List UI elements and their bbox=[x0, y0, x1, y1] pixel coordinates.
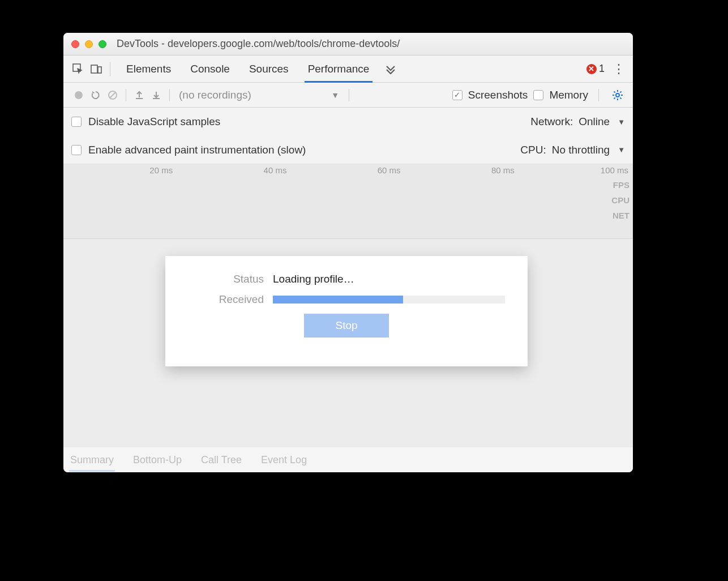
zoom-window-button[interactable] bbox=[99, 40, 106, 48]
timeline-overview[interactable]: 20 ms 40 ms 60 ms 80 ms 100 ms FPS CPU N… bbox=[63, 164, 633, 239]
clear-icon[interactable] bbox=[104, 87, 121, 104]
status-label: Status bbox=[188, 273, 273, 285]
tab-summary[interactable]: Summary bbox=[69, 448, 115, 472]
divider bbox=[349, 89, 349, 101]
track-net: NET bbox=[611, 211, 629, 220]
save-profile-icon[interactable] bbox=[148, 87, 165, 104]
tab-performance[interactable]: Performance bbox=[307, 57, 371, 81]
reload-icon[interactable] bbox=[87, 87, 104, 104]
cpu-select[interactable]: No throttling ▼ bbox=[552, 144, 625, 156]
enable-paint-checkbox[interactable] bbox=[71, 145, 82, 155]
memory-label: Memory bbox=[549, 89, 588, 101]
error-count-badge[interactable]: ✕ 1 bbox=[586, 63, 605, 75]
divider bbox=[126, 89, 126, 101]
disable-js-label: Disable JavaScript samples bbox=[88, 116, 220, 128]
tick: 80 ms bbox=[405, 165, 519, 175]
track-labels: FPS CPU NET bbox=[611, 180, 629, 220]
devtools-window: DevTools - developers.google.com/web/too… bbox=[63, 33, 633, 472]
record-icon[interactable] bbox=[70, 87, 87, 104]
disable-js-checkbox[interactable] bbox=[71, 117, 82, 127]
svg-rect-1 bbox=[91, 65, 97, 73]
recordings-placeholder: (no recordings) bbox=[179, 89, 251, 101]
main-tab-bar: Elements Console Sources Performance ✕ 1… bbox=[63, 55, 633, 83]
titlebar: DevTools - developers.google.com/web/too… bbox=[63, 33, 633, 55]
network-label: Network: bbox=[530, 116, 573, 128]
svg-point-3 bbox=[75, 91, 83, 99]
divider bbox=[110, 62, 110, 76]
time-ruler: 20 ms 40 ms 60 ms 80 ms 100 ms bbox=[63, 164, 633, 179]
stop-button[interactable]: Stop bbox=[304, 314, 389, 338]
error-count: 1 bbox=[599, 63, 605, 75]
svg-line-16 bbox=[620, 91, 621, 92]
tab-bottom-up[interactable]: Bottom-Up bbox=[132, 448, 183, 472]
more-tabs-icon[interactable] bbox=[382, 60, 400, 78]
load-profile-icon[interactable] bbox=[131, 87, 148, 104]
error-icon: ✕ bbox=[586, 64, 597, 74]
screenshots-checkbox[interactable] bbox=[452, 90, 463, 100]
divider bbox=[598, 89, 599, 101]
window-title: DevTools - developers.google.com/web/too… bbox=[117, 38, 400, 50]
close-window-button[interactable] bbox=[71, 40, 79, 48]
settings-row-1: Disable JavaScript samples Network: Onli… bbox=[63, 108, 633, 136]
recordings-select[interactable]: (no recordings) ▼ bbox=[174, 89, 344, 101]
tick: 100 ms bbox=[519, 165, 633, 175]
progress-bar bbox=[273, 296, 505, 304]
status-value: Loading profile… bbox=[273, 273, 505, 285]
track-cpu: CPU bbox=[611, 195, 629, 205]
network-select[interactable]: Online ▼ bbox=[579, 116, 625, 128]
panel-tabs: Elements Console Sources Performance bbox=[125, 57, 370, 81]
performance-toolbar: (no recordings) ▼ Screenshots Memory bbox=[63, 83, 633, 108]
tab-call-tree[interactable]: Call Tree bbox=[200, 448, 243, 472]
chevron-down-icon: ▼ bbox=[618, 146, 625, 154]
chevron-down-icon: ▼ bbox=[331, 91, 339, 100]
svg-line-14 bbox=[620, 97, 621, 99]
memory-checkbox[interactable] bbox=[533, 90, 543, 100]
settings-menu-icon[interactable]: ⋮ bbox=[610, 62, 627, 76]
screenshots-label: Screenshots bbox=[468, 89, 528, 101]
svg-line-5 bbox=[110, 92, 115, 98]
tick: 40 ms bbox=[177, 165, 291, 175]
minimize-window-button[interactable] bbox=[85, 40, 93, 48]
svg-point-8 bbox=[616, 93, 619, 97]
loading-dialog: Status Loading profile… Received Stop bbox=[165, 256, 528, 366]
flamechart-area: Status Loading profile… Received Stop bbox=[63, 239, 633, 435]
inspect-element-icon[interactable] bbox=[69, 60, 87, 78]
traffic-lights bbox=[71, 40, 106, 48]
tab-event-log[interactable]: Event Log bbox=[260, 448, 308, 472]
chevron-down-icon: ▼ bbox=[618, 118, 625, 126]
divider bbox=[169, 89, 170, 101]
details-tab-bar: Summary Bottom-Up Call Tree Event Log bbox=[63, 447, 633, 472]
settings-row-2: Enable advanced paint instrumentation (s… bbox=[63, 136, 633, 164]
track-fps: FPS bbox=[611, 180, 629, 190]
device-toolbar-icon[interactable] bbox=[87, 60, 105, 78]
received-label: Received bbox=[188, 293, 273, 306]
svg-line-15 bbox=[614, 97, 615, 99]
cpu-label: CPU: bbox=[520, 144, 546, 156]
capture-settings-icon[interactable] bbox=[609, 87, 626, 104]
svg-rect-2 bbox=[98, 67, 101, 73]
tick: 60 ms bbox=[291, 165, 405, 175]
tab-sources[interactable]: Sources bbox=[248, 57, 290, 81]
tab-elements[interactable]: Elements bbox=[125, 57, 172, 81]
cpu-value: No throttling bbox=[552, 144, 610, 156]
tab-console[interactable]: Console bbox=[189, 57, 231, 81]
tick: 20 ms bbox=[63, 165, 177, 175]
network-value: Online bbox=[579, 116, 610, 128]
svg-line-13 bbox=[614, 91, 615, 92]
progress-fill bbox=[273, 296, 403, 304]
enable-paint-label: Enable advanced paint instrumentation (s… bbox=[88, 144, 306, 156]
